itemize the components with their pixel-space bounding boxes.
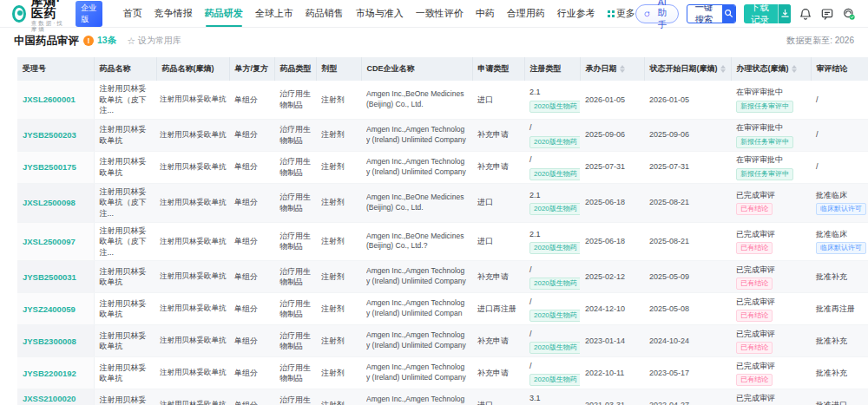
nav-item-合理用药[interactable]: 合理用药 xyxy=(507,0,545,27)
nav-item-label: 全球上市 xyxy=(255,7,293,20)
acceptance-number-link[interactable]: JXSL2500097 xyxy=(23,236,76,247)
nav-item-市场与准入[interactable]: 市场与准入 xyxy=(356,0,404,27)
acceptance-cell: JXSL2500097 xyxy=(17,222,94,261)
status-tag: 新报任务审评中 xyxy=(736,168,793,180)
dosage-form-cell: 注射剂 xyxy=(316,81,361,119)
registration-version-tag: 2020版生物药 xyxy=(529,278,580,290)
mono-compound-cell: 单组分 xyxy=(229,222,274,261)
column-header-label: 审评结论 xyxy=(817,63,848,75)
mono-compound-cell: 单组分 xyxy=(229,151,274,183)
cde-company-cell: Amgen Inc.,Amgen Technology (Ireland) Un… xyxy=(361,151,472,183)
accept-date-cell: 2023-01-14 xyxy=(580,325,644,357)
acceptance-number-link[interactable]: JYSB2300008 xyxy=(23,336,76,347)
registration-type-cell: /2020版生物药 xyxy=(524,151,580,183)
drug-name-mx-cell: 注射用贝林妥欧单抗 xyxy=(156,119,229,151)
nav-item-label: 合理用药 xyxy=(507,7,545,20)
nav-item-药品研发[interactable]: 药品研发 xyxy=(205,0,243,27)
ai-assistant-button[interactable]: AI助手 xyxy=(635,4,680,23)
status-start-date-cell: 2022-04-27 xyxy=(644,389,731,405)
status-start-date-cell: 2025-05-08 xyxy=(644,293,731,325)
nav-item-药品销售[interactable]: 药品销售 xyxy=(306,0,344,27)
review-conclusion-cell: 批准补充 xyxy=(811,261,868,293)
drug-name-mx-cell: 注射用贝林妥欧单抗 xyxy=(156,222,229,261)
star-icon: ☆ xyxy=(127,36,135,46)
quick-search-button[interactable]: 一键搜索 xyxy=(687,4,735,23)
acceptance-number-link[interactable]: JYSZ2400059 xyxy=(23,304,76,315)
application-type-cell: 补充申请 xyxy=(472,119,524,151)
nav-item-label: 首页 xyxy=(123,7,142,20)
drug-name-mx-cell: 注射用贝林妥欧单抗 xyxy=(156,389,229,405)
nav-item-全球上市[interactable]: 全球上市 xyxy=(255,0,293,27)
logo-subtitle: 查数据·找摩熵 xyxy=(31,21,69,32)
notification-bell-icon[interactable] xyxy=(799,6,812,22)
dosage-form-cell: 注射剂 xyxy=(316,261,361,293)
registration-type-cell: 2.12020版生物药 xyxy=(524,222,580,261)
column-header-审评结论: 审评结论 xyxy=(811,57,868,81)
acceptance-cell: JYSB2500031 xyxy=(17,261,94,293)
drug-type-cell: 治疗用生物制品 xyxy=(274,357,316,389)
nav-item-竞争情报[interactable]: 竞争情报 xyxy=(155,0,193,27)
download-history-button[interactable]: 下载记录 xyxy=(744,4,791,23)
registration-version-tag: 2020版生物药 xyxy=(529,136,580,148)
application-type-cell: 进口 xyxy=(472,81,524,119)
nav-item-行业参考[interactable]: 行业参考 xyxy=(557,0,595,27)
drug-type-cell: 治疗用生物制品 xyxy=(274,261,316,293)
table-row: JYSB2500175注射用贝林妥欧单抗注射用贝林妥欧单抗单组分治疗用生物制品注… xyxy=(17,151,868,183)
acceptance-number-link[interactable]: JYSB2500031 xyxy=(23,271,76,283)
drug-name-mx-cell: 注射用贝林妥欧单抗 xyxy=(156,325,229,357)
column-header-承办日期: 承办日期 xyxy=(580,57,644,81)
handling-status-cell: 在审评审批中新报任务审评中 xyxy=(731,151,811,183)
info-icon[interactable]: ! xyxy=(83,36,94,46)
nav-item-中药[interactable]: 中药 xyxy=(476,0,495,27)
status-start-date-cell: 2025-05-09 xyxy=(644,261,731,293)
search-icon[interactable] xyxy=(722,5,734,23)
conclusion-tag: 临床默认许可 xyxy=(816,203,866,215)
registration-version-tag: 2020版生物药 xyxy=(529,203,580,215)
mono-compound-cell: 单组分 xyxy=(229,357,274,389)
accept-date-cell: 2025-09-06 xyxy=(580,119,644,151)
acceptance-number-link[interactable]: JXSL2600001 xyxy=(23,94,76,105)
acceptance-number-link[interactable]: JXSL2500098 xyxy=(23,197,76,208)
results-table: 受理号药品名称药品名称(摩熵)单方/复方药品类型剂型CDE企业名称申请类型注册类… xyxy=(17,57,868,405)
table-row: JXSL2500098注射用贝林妥欧单抗（皮下注...注射用贝林妥欧单抗单组分治… xyxy=(17,183,868,222)
drug-type-cell: 治疗用生物制品 xyxy=(274,325,316,357)
column-header-注册类型: 注册类型 xyxy=(524,57,580,81)
status-start-date-cell: 2026-01-05 xyxy=(644,81,731,119)
nav-item-更多[interactable]: 更多 xyxy=(608,0,635,27)
nav-item-首页[interactable]: 首页 xyxy=(123,0,142,27)
review-conclusion-cell: 批准临床临床默认许可 xyxy=(811,183,868,222)
acceptance-number-link[interactable]: JYSB2500203 xyxy=(23,129,76,140)
review-conclusion-cell: 批准临床临床默认许可 xyxy=(811,222,868,261)
table-row: JYSB2300008注射用贝林妥欧单抗注射用贝林妥欧单抗单组分治疗用生物制品注… xyxy=(17,325,868,357)
sort-icon[interactable] xyxy=(792,65,797,73)
nav-item-label: 更多 xyxy=(616,7,635,20)
sort-icon[interactable] xyxy=(720,65,726,73)
sort-icon[interactable] xyxy=(620,65,625,73)
nav-item-label: 竞争情报 xyxy=(155,7,193,20)
registration-type-cell: /2020版生物药 xyxy=(524,357,580,389)
more-grid-icon xyxy=(608,10,610,13)
column-header-label: CDE企业名称 xyxy=(367,63,415,75)
drug-name-cell: 注射用贝林妥欧单抗 xyxy=(94,151,156,183)
drug-name-mx-cell: 注射用贝林妥欧单抗 xyxy=(156,151,229,183)
nav-item-一致性评价[interactable]: 一致性评价 xyxy=(416,0,464,27)
customer-service-icon[interactable] xyxy=(842,6,856,22)
set-favorite-button[interactable]: ☆ 设为常用库 xyxy=(127,35,181,47)
registration-version-tag: 2020版生物药 xyxy=(529,310,580,322)
nav-item-label: 药品销售 xyxy=(306,7,344,20)
dosage-form-cell: 注射剂 xyxy=(316,183,361,222)
drug-type-cell: 治疗用生物制品 xyxy=(274,389,316,405)
registration-version-tag: 2020版生物药 xyxy=(529,242,580,254)
column-header-label: 受理号 xyxy=(23,63,46,75)
message-icon[interactable] xyxy=(820,6,834,22)
column-header-label: 申请类型 xyxy=(478,63,510,75)
mono-compound-cell: 单组分 xyxy=(229,261,274,293)
logo[interactable]: 摩熵·医药 查数据·找摩熵 企业版 xyxy=(12,0,102,32)
column-header-label: 状态开始日期(摩熵) xyxy=(650,63,718,75)
acceptance-number-link[interactable]: JYSB2200192 xyxy=(23,368,76,379)
mono-compound-cell: 单组分 xyxy=(229,389,274,405)
handling-status-cell: 在审评审批中新报任务审评中 xyxy=(731,81,811,119)
acceptance-number-link[interactable]: JYSB2500175 xyxy=(23,161,76,173)
accept-date-cell: 2025-06-18 xyxy=(580,222,644,261)
acceptance-number-link[interactable]: JXSS2100020 xyxy=(23,393,76,404)
